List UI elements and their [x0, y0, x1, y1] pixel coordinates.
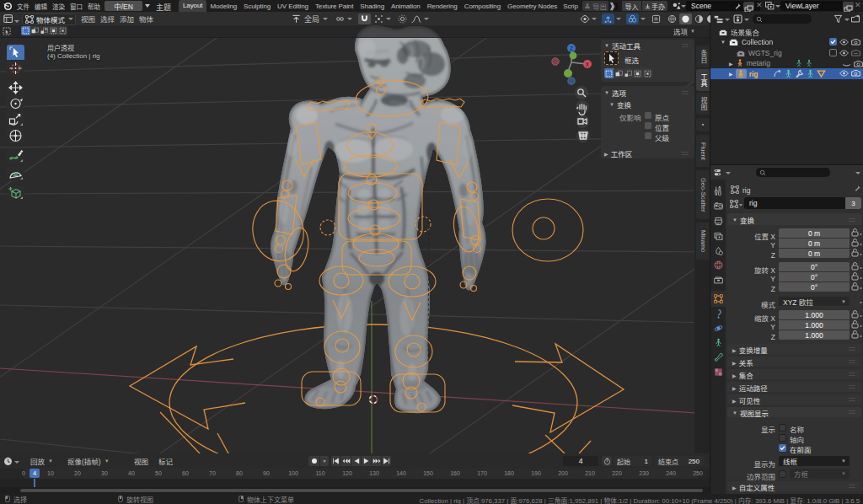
svg-text:Z: Z [570, 46, 573, 51]
svg-text:X: X [586, 62, 590, 67]
